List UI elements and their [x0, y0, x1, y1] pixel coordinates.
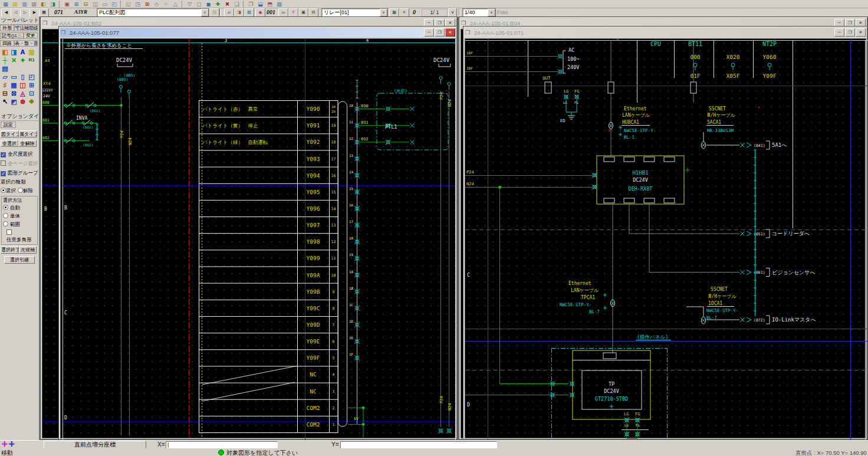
chevron-down-icon[interactable]: ∨	[488, 9, 495, 17]
drawing-area-077[interactable]: 34BCD※外形から長さを求めることDC24V(005)(005)P24N24I…	[60, 38, 456, 438]
snap-cross-icon[interactable]: ✛	[2, 440, 8, 448]
palette-tool-icon[interactable]: ◩	[9, 97, 18, 106]
radio-single[interactable]	[3, 213, 8, 218]
grid-cross-icon[interactable]: ✛	[9, 440, 15, 448]
toolbar-icon[interactable]: ▥	[20, 1, 29, 8]
toolbar-icon[interactable]: ◼	[204, 1, 213, 8]
tab-change[interactable]: 変更	[24, 32, 38, 39]
toolbar-icon[interactable]: ▱	[224, 8, 234, 17]
drawing-canvas[interactable]: 2CDCPUBT11NT2P00001FX020X05FY060Y09F1NF1…	[465, 39, 868, 440]
titlebar[interactable]: ❒ 24-AAA-105-01:071 ─ ❐ ✕	[465, 28, 866, 37]
toolbar-icon[interactable]: ▽	[185, 1, 194, 8]
palette-tool-icon[interactable]: ♯	[1, 81, 9, 89]
maximize-button[interactable]: ❐	[435, 28, 445, 37]
window-left-inner[interactable]: ❒ 24-AAA-105-01:077 ─ ❐ ✕ 34BCD※外形から長さを求…	[58, 26, 458, 440]
select-all-button[interactable]: 全選択	[1, 140, 18, 147]
sheet-nav-icon[interactable]: ▶	[29, 8, 40, 17]
tab-circuit[interactable]: 回路	[0, 40, 14, 47]
toolbar-icon[interactable]: ◇	[152, 1, 161, 8]
toolbar-icon[interactable]: ◉	[255, 8, 265, 17]
palette-tool-icon[interactable]: ▱	[1, 73, 9, 81]
inherit-selection-button[interactable]: 選択引継	[4, 256, 35, 264]
sheet-nav-icon[interactable]: ◁	[11, 8, 21, 17]
toolbar-icon[interactable]: ◧	[39, 1, 48, 8]
tab-board[interactable]: 表・盤・面	[14, 40, 38, 47]
palette-tool-icon[interactable]: ✦	[18, 56, 27, 64]
toolbar-icon[interactable]: ▣	[298, 8, 308, 17]
sheet-name-combo[interactable]: PLC配列図 ∨	[97, 8, 209, 17]
toolbar-icon[interactable]: ◳	[133, 1, 142, 8]
toolbar-icon[interactable]: ◫	[91, 1, 100, 8]
radio-range[interactable]	[3, 221, 8, 227]
toolbar-icon[interactable]: ▧	[29, 1, 38, 8]
scale-combo[interactable]: 1/40 ∨	[462, 8, 496, 17]
checkbox-figure-group[interactable]: ✓	[1, 171, 6, 176]
toolbar-icon[interactable]: ✖	[223, 1, 232, 8]
palette-tool-icon[interactable]: ◨	[9, 48, 18, 56]
toolbar-icon[interactable]: △	[171, 1, 180, 8]
toolbar-icon[interactable]: ⬒	[265, 1, 274, 8]
radio-clear[interactable]	[18, 188, 23, 193]
checkbox-full-scale[interactable]: ✓	[1, 152, 6, 158]
palette-tool-icon[interactable]: ❖	[27, 97, 36, 106]
end-selection-button[interactable]: 選択終了	[1, 246, 19, 254]
toolbar-icon[interactable]: ▣	[63, 1, 71, 8]
toolbar-icon[interactable]: ❐	[246, 1, 255, 8]
palette-tool-icon[interactable]: ▦	[9, 81, 18, 89]
palette-tool-icon[interactable]: ▥	[27, 48, 36, 56]
palette-tool-icon[interactable]: ⊠	[9, 89, 18, 97]
chevron-down-icon[interactable]: ∨	[201, 9, 209, 17]
drawing-canvas[interactable]: 34BCD※外形から長さを求めることDC24V(005)(005)P24N24I…	[61, 39, 458, 440]
toolbar-icon[interactable]: ▭	[100, 1, 109, 8]
checkbox-polygon[interactable]	[6, 229, 12, 235]
toolbar-icon[interactable]: ◻	[195, 1, 203, 8]
sheet-nav-icon[interactable]: ◀	[1, 8, 11, 17]
radio-auto[interactable]	[3, 205, 8, 210]
chevron-down-icon[interactable]: ∨	[380, 9, 387, 17]
palette-tool-icon[interactable]: R1	[27, 56, 36, 64]
tool-palette-header[interactable]: ツールパレット ✕ ▫	[0, 17, 39, 25]
options-panel-header[interactable]: オプションダイ.. ✕ ▫	[0, 113, 39, 121]
sheet-nav-icon[interactable]: ▦	[39, 8, 49, 17]
toolbar-icon[interactable]: ○	[162, 1, 170, 8]
palette-tool-icon[interactable]: ↖	[1, 97, 9, 106]
minimize-button[interactable]: ─	[834, 28, 844, 37]
minimize-button[interactable]: ─	[424, 28, 434, 37]
palette-tool-icon[interactable]: ▤	[1, 64, 9, 73]
toolbar-icon[interactable]: ◳	[209, 8, 219, 17]
palette-tool-icon[interactable]: ◬	[18, 89, 27, 97]
palette-tool-icon[interactable]: ⊟	[1, 89, 9, 97]
chevron-down-icon[interactable]: ∨	[448, 8, 457, 17]
toolbar-icon[interactable]: ▩	[389, 8, 399, 17]
toolbar-icon[interactable]: Y	[288, 8, 298, 17]
toolbar-icon[interactable]: ▨	[275, 1, 284, 8]
next-candidate-button[interactable]: 次候補	[19, 246, 37, 254]
toolbar-icon[interactable]: ▤	[11, 1, 19, 8]
palette-tool-icon[interactable]: ⊕	[18, 97, 27, 106]
palette-tool-icon[interactable]: ▭	[9, 73, 18, 81]
palette-tool-icon[interactable]: ▯	[18, 73, 27, 81]
palette-tool-icon[interactable]: ⊞	[27, 81, 36, 89]
toolbar-icon[interactable]: ⊟	[81, 1, 90, 8]
drawing-area-071[interactable]: 2CDCPUBT11NT2P00001FX020X05FY060Y09F1NF1…	[465, 38, 866, 438]
palette-tool-icon[interactable]: ⊡	[27, 89, 36, 97]
tab-settings[interactable]: 設定	[1, 122, 16, 128]
toolbar-icon[interactable]: ◰	[110, 1, 119, 8]
tab-symbol[interactable]: 記号()1△	[0, 32, 24, 39]
toolbar-icon[interactable]: ⊞	[72, 1, 81, 8]
toolbar-icon[interactable]: ⬓	[256, 1, 265, 8]
toolbar-icon[interactable]: ▭	[278, 8, 288, 17]
checkbox-all-pages[interactable]	[1, 160, 6, 166]
palette-tool-icon[interactable]: ┼	[1, 56, 9, 64]
toolbar-icon[interactable]: ◨	[234, 8, 244, 17]
palette-tool-icon[interactable]: ◫	[18, 81, 27, 89]
figure-type-button[interactable]: 図タイプ	[1, 130, 19, 137]
toolbar-icon[interactable]: ◨	[48, 1, 57, 8]
radio-select[interactable]	[1, 188, 6, 193]
palette-tool-icon[interactable]: ◰	[27, 73, 36, 81]
deselect-all-button[interactable]: 全解除	[18, 140, 37, 147]
window-right-inner[interactable]: ❒ 24-AAA-105-01:071 ─ ❐ ✕ 2CDCPUBT11NT2P…	[463, 26, 868, 440]
sheet-nav-icon[interactable]: ▷	[20, 8, 30, 17]
palette-tool-icon[interactable]: ✕	[9, 56, 18, 64]
palette-tool-icon[interactable]: ◧	[1, 48, 9, 56]
